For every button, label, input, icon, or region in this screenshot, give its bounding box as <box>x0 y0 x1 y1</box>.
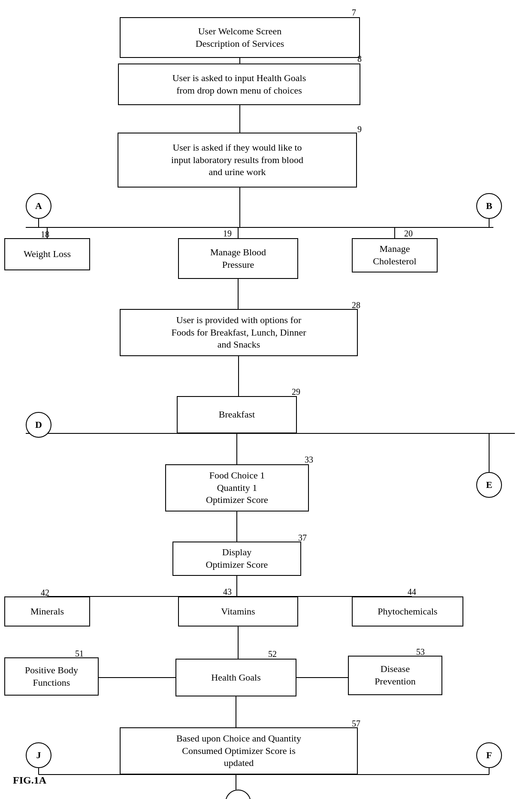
node-53-disease-prevention: Disease Prevention <box>348 656 442 695</box>
connector-g-label: G <box>234 797 242 799</box>
ref-57: 57 <box>352 719 360 729</box>
connector-d: D <box>26 412 51 438</box>
ref-51: 51 <box>75 649 84 659</box>
node-7-welcome-screen: User Welcome Screen Description of Servi… <box>120 17 360 58</box>
ref-20: 20 <box>404 229 413 239</box>
connector-a-label: A <box>35 200 42 212</box>
ref-37: 37 <box>298 533 307 543</box>
ref-53: 53 <box>416 647 425 657</box>
node-29-breakfast: Breakfast <box>177 396 297 433</box>
node-33-label: Food Choice 1 Quantity 1 Optimizer Score <box>206 469 268 506</box>
node-51-label: Positive Body Functions <box>25 664 78 689</box>
node-29-label: Breakfast <box>219 409 255 421</box>
ref-19: 19 <box>223 229 232 239</box>
node-19-label: Manage Blood Pressure <box>210 246 266 271</box>
connector-b-label: B <box>486 200 493 212</box>
ref-43: 43 <box>223 587 232 597</box>
node-19-blood-pressure: Manage Blood Pressure <box>178 238 298 279</box>
node-52-label: Health Goals <box>211 672 260 684</box>
node-9-lab-results: User is asked if they would like to inpu… <box>118 133 357 188</box>
node-28-label: User is provided with options for Foods … <box>171 314 306 351</box>
node-37-display-optimizer: Display Optimizer Score <box>172 542 301 576</box>
ref-33: 33 <box>305 455 313 465</box>
ref-8: 8 <box>357 54 362 64</box>
ref-42: 42 <box>41 588 49 598</box>
node-18-label: Weight Loss <box>24 248 71 260</box>
node-37-label: Display Optimizer Score <box>206 546 268 571</box>
connector-b: B <box>476 193 502 219</box>
ref-52: 52 <box>268 649 277 659</box>
node-9-label: User is asked if they would like to inpu… <box>171 142 303 179</box>
ref-44: 44 <box>408 587 416 597</box>
connector-g: G <box>225 790 251 799</box>
figure-label: FIG.1A <box>13 775 46 786</box>
node-44-phytochemicals: Phytochemicals <box>352 596 463 626</box>
node-7-label: User Welcome Screen Description of Servi… <box>196 25 284 50</box>
node-42-minerals: Minerals <box>4 596 90 626</box>
ref-7: 7 <box>352 8 356 18</box>
connector-a: A <box>26 193 51 219</box>
node-8-label: User is asked to input Health Goals from… <box>172 72 306 97</box>
node-43-label: Vitamins <box>221 605 255 618</box>
connector-d-label: D <box>35 419 42 430</box>
node-53-label: Disease Prevention <box>375 663 415 687</box>
ref-18: 18 <box>41 230 49 239</box>
ref-29: 29 <box>292 387 300 397</box>
node-57-optimizer-updated: Based upon Choice and Quantity Consumed … <box>120 727 358 775</box>
ref-9: 9 <box>357 124 362 134</box>
node-20-label: Manage Cholesterol <box>373 243 416 267</box>
ref-28: 28 <box>352 300 360 310</box>
node-51-positive-body: Positive Body Functions <box>4 657 99 696</box>
node-44-label: Phytochemicals <box>378 605 437 618</box>
connector-f-label: F <box>486 750 492 761</box>
node-43-vitamins: Vitamins <box>178 596 298 626</box>
connector-e-label: E <box>486 479 493 490</box>
node-33-food-choice: Food Choice 1 Quantity 1 Optimizer Score <box>165 464 309 511</box>
diagram-container: User Welcome Screen Description of Servi… <box>0 0 532 799</box>
connector-j-label: J <box>36 750 41 761</box>
node-57-label: Based upon Choice and Quantity Consumed … <box>176 732 301 769</box>
node-18-weight-loss: Weight Loss <box>4 238 90 270</box>
node-28-food-options: User is provided with options for Foods … <box>120 309 358 356</box>
node-8-health-goals-input: User is asked to input Health Goals from… <box>118 64 360 105</box>
node-42-label: Minerals <box>30 605 64 618</box>
connector-e: E <box>476 472 502 498</box>
connector-j: J <box>26 742 51 768</box>
node-20-cholesterol: Manage Cholesterol <box>352 238 438 272</box>
connector-f: F <box>476 742 502 768</box>
node-52-health-goals: Health Goals <box>175 659 296 696</box>
